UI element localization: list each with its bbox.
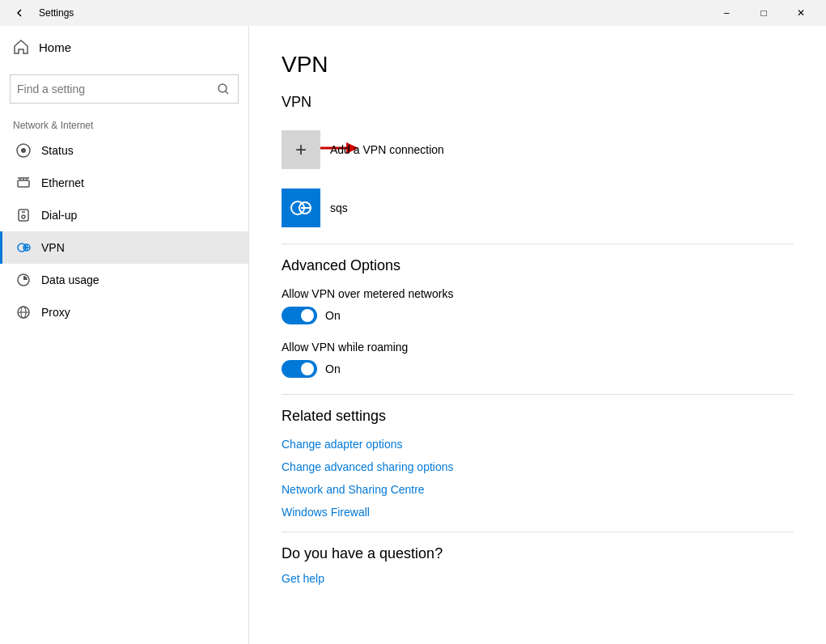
vpn-item-label: sqs [330,201,348,214]
app-container: Home Network & Internet Status [0,26,826,644]
titlebar-left: Settings [6,0,74,26]
sidebar-item-dialup[interactable]: Dial-up [0,199,248,231]
add-vpn-icon: + [282,130,320,169]
window-title: Settings [39,7,74,19]
nav-category: Network & Internet [0,113,248,134]
sidebar-item-ethernet-label: Ethernet [41,176,84,189]
sidebar-item-dialup-label: Dial-up [41,209,77,222]
sidebar-item-datausage-label: Data usage [41,273,100,286]
sidebar-item-proxy[interactable]: Proxy [0,296,248,328]
toggle-roaming-row: Allow VPN while roaming On [282,341,794,378]
proxy-icon [15,304,32,320]
ethernet-icon [15,175,32,191]
related-settings-title: Related settings [282,408,794,425]
toggle-roaming-value: On [325,362,341,375]
sidebar-item-datausage[interactable]: Data usage [0,264,248,296]
toggle-metered-thumb [301,309,314,322]
sidebar-item-status[interactable]: Status [0,134,248,167]
content-area: VPN VPN + Add a VPN connection [249,26,826,644]
svg-point-3 [21,148,26,153]
close-button[interactable]: ✕ [782,0,820,26]
advanced-options-title: Advanced Options [282,257,794,274]
maximize-button[interactable]: □ [745,0,782,26]
add-vpn-button[interactable]: + Add a VPN connection [282,124,444,176]
sidebar: Home Network & Internet Status [0,26,249,644]
svg-line-1 [226,91,228,94]
vpn-item-icon [282,189,320,227]
sidebar-item-vpn[interactable]: VPN [0,231,248,264]
datausage-icon [15,272,32,288]
page-title: VPN [282,52,794,78]
add-vpn-label: Add a VPN connection [330,143,444,156]
search-input[interactable] [11,83,209,95]
back-button[interactable] [6,0,32,26]
home-label: Home [39,40,71,54]
minimize-button[interactable]: – [708,0,745,26]
toggle-metered-container: On [282,307,794,324]
toggle-roaming-label: Allow VPN while roaming [282,341,794,354]
vpn-icon [15,239,32,256]
svg-point-0 [218,84,227,92]
window-controls: – □ ✕ [708,0,820,26]
sidebar-item-vpn-label: VPN [41,241,65,254]
titlebar: Settings – □ ✕ [0,0,826,26]
toggle-roaming-thumb [301,362,314,375]
toggle-metered-label: Allow VPN over metered networks [282,287,794,300]
toggle-metered-row: Allow VPN over metered networks On [282,287,794,324]
toggle-roaming-track [282,360,317,378]
toggle-metered-value: On [325,309,341,322]
status-icon [15,142,32,159]
home-icon [13,39,29,55]
sidebar-item-proxy-label: Proxy [41,306,70,319]
link-network-sharing-centre[interactable]: Network and Sharing Centre [282,483,794,496]
divider-3 [282,532,794,532]
question-title: Do you have a question? [282,545,794,562]
search-button[interactable] [209,75,238,103]
toggle-metered-switch[interactable] [282,307,317,324]
divider [282,244,794,244]
divider-2 [282,394,794,395]
home-button[interactable]: Home [0,26,248,68]
link-windows-firewall[interactable]: Windows Firewall [282,506,794,519]
toggle-roaming-container: On [282,360,794,378]
sidebar-item-ethernet[interactable]: Ethernet [0,167,248,199]
link-change-sharing[interactable]: Change advanced sharing options [282,460,794,473]
svg-rect-4 [18,180,29,187]
dialup-icon [15,207,32,223]
vpn-section-title: VPN [282,94,794,111]
sidebar-item-status-label: Status [41,144,74,157]
toggle-metered-track [282,307,317,324]
svg-point-11 [22,215,25,218]
search-box [10,74,239,104]
link-change-adapter[interactable]: Change adapter options [282,438,794,451]
vpn-item-sqs[interactable]: sqs [282,185,794,231]
get-help-link[interactable]: Get help [282,572,794,585]
toggle-roaming-switch[interactable] [282,360,317,378]
